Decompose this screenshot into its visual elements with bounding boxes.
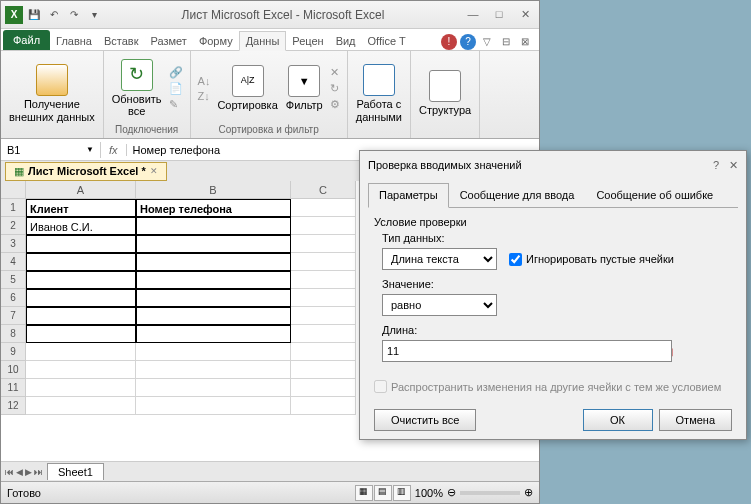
cell[interactable] xyxy=(291,325,356,343)
ignore-blank-checkbox[interactable]: Игнорировать пустые ячейки xyxy=(509,253,674,266)
row-header[interactable]: 6 xyxy=(1,289,26,307)
winclose-icon[interactable]: ⊠ xyxy=(517,34,533,50)
cell[interactable] xyxy=(136,379,291,397)
maximize-icon[interactable]: □ xyxy=(489,8,509,21)
winmin-icon[interactable]: ⊟ xyxy=(498,34,514,50)
cell[interactable] xyxy=(136,325,291,343)
tab-office[interactable]: Office T xyxy=(362,32,412,50)
cell[interactable]: Иванов С.И. xyxy=(26,217,136,235)
close-doc-icon[interactable]: ✕ xyxy=(150,166,158,176)
data-tools-button[interactable]: Работа с данными xyxy=(354,62,404,124)
cell[interactable] xyxy=(136,397,291,415)
prev-sheet-icon[interactable]: ◀ xyxy=(16,467,23,477)
pagelayout-view-icon[interactable]: ▤ xyxy=(374,485,392,501)
help-icon[interactable]: ! xyxy=(441,34,457,50)
cell[interactable]: Номер телефона xyxy=(136,199,291,217)
tab-file[interactable]: Файл xyxy=(3,30,50,50)
row-header[interactable]: 7 xyxy=(1,307,26,325)
data-type-select[interactable]: Длина текста xyxy=(382,248,497,270)
cancel-button[interactable]: Отмена xyxy=(659,409,732,431)
cell[interactable] xyxy=(26,325,136,343)
clear-filter-button[interactable]: ✕ xyxy=(329,65,341,80)
row-header[interactable]: 2 xyxy=(1,217,26,235)
tab-insert[interactable]: Вставк xyxy=(98,32,145,50)
reapply-button[interactable]: ↻ xyxy=(329,81,341,96)
advanced-button[interactable]: ⚙ xyxy=(329,97,341,112)
cell[interactable] xyxy=(291,289,356,307)
name-box[interactable]: ▼ xyxy=(1,142,101,158)
tab-view[interactable]: Вид xyxy=(330,32,362,50)
cell[interactable] xyxy=(136,343,291,361)
close-icon[interactable]: ✕ xyxy=(515,8,535,21)
cell[interactable] xyxy=(26,361,136,379)
row-header[interactable]: 4 xyxy=(1,253,26,271)
cell[interactable] xyxy=(26,397,136,415)
cell[interactable] xyxy=(291,253,356,271)
cell[interactable] xyxy=(26,253,136,271)
cell[interactable] xyxy=(291,343,356,361)
cell[interactable] xyxy=(136,361,291,379)
clear-all-button[interactable]: Очистить все xyxy=(374,409,476,431)
tab-formula[interactable]: Форму xyxy=(193,32,239,50)
dialog-close-icon[interactable]: ✕ xyxy=(729,159,738,172)
cell[interactable] xyxy=(26,343,136,361)
row-header[interactable]: 11 xyxy=(1,379,26,397)
qat-dropdown-icon[interactable]: ▾ xyxy=(85,6,103,24)
cell[interactable] xyxy=(291,271,356,289)
ribbonmin-icon[interactable]: ▽ xyxy=(479,34,495,50)
cell[interactable] xyxy=(291,199,356,217)
tab-layout[interactable]: Размет xyxy=(145,32,193,50)
first-sheet-icon[interactable]: ⏮ xyxy=(5,467,14,477)
select-all-corner[interactable] xyxy=(1,181,26,199)
zoom-out-icon[interactable]: ⊖ xyxy=(447,486,456,499)
cell[interactable] xyxy=(291,397,356,415)
editlinks-button[interactable]: ✎ xyxy=(168,97,184,112)
col-header-b[interactable]: B xyxy=(136,181,291,199)
tab-data[interactable]: Данны xyxy=(239,31,287,51)
cell[interactable] xyxy=(291,217,356,235)
redo-icon[interactable]: ↷ xyxy=(65,6,83,24)
get-external-data-button[interactable]: Получение внешних данных xyxy=(7,62,97,124)
sort-button[interactable]: A|Z Сортировка xyxy=(215,63,279,113)
row-header[interactable]: 10 xyxy=(1,361,26,379)
sheet-tab[interactable]: Sheet1 xyxy=(47,463,104,480)
length-input[interactable] xyxy=(382,340,672,362)
dialog-help-icon[interactable]: ? xyxy=(713,159,719,172)
zoom-slider[interactable] xyxy=(460,491,520,495)
cell[interactable] xyxy=(136,253,291,271)
outline-button[interactable]: Структура xyxy=(417,68,473,118)
tab-input-message[interactable]: Сообщение для ввода xyxy=(449,183,586,207)
ok-button[interactable]: ОК xyxy=(583,409,653,431)
tab-parameters[interactable]: Параметры xyxy=(368,183,449,208)
cell[interactable] xyxy=(26,379,136,397)
row-header[interactable]: 9 xyxy=(1,343,26,361)
zoom-in-icon[interactable]: ⊕ xyxy=(524,486,533,499)
cell[interactable] xyxy=(26,235,136,253)
ignore-blank-input[interactable] xyxy=(509,253,522,266)
minimize-icon[interactable]: — xyxy=(463,8,483,21)
name-box-input[interactable] xyxy=(7,144,67,156)
cell[interactable]: Клиент xyxy=(26,199,136,217)
cell[interactable] xyxy=(136,235,291,253)
undo-icon[interactable]: ↶ xyxy=(45,6,63,24)
save-icon[interactable]: 💾 xyxy=(25,6,43,24)
cell[interactable] xyxy=(291,235,356,253)
normal-view-icon[interactable]: ▦ xyxy=(355,485,373,501)
row-header[interactable]: 12 xyxy=(1,397,26,415)
pagebreak-view-icon[interactable]: ▥ xyxy=(393,485,411,501)
next-sheet-icon[interactable]: ▶ xyxy=(25,467,32,477)
cell[interactable] xyxy=(291,361,356,379)
col-header-c[interactable]: C xyxy=(291,181,356,199)
col-header-a[interactable]: A xyxy=(26,181,136,199)
document-tab[interactable]: ▦ Лист Microsoft Excel * ✕ xyxy=(5,162,167,181)
tab-review[interactable]: Рецен xyxy=(286,32,329,50)
properties-button[interactable]: 📄 xyxy=(168,81,184,96)
cell[interactable] xyxy=(136,271,291,289)
row-header[interactable]: 1 xyxy=(1,199,26,217)
refresh-all-button[interactable]: Обновить все xyxy=(110,57,164,119)
fx-icon[interactable]: fx xyxy=(101,144,127,156)
cell[interactable] xyxy=(136,289,291,307)
tab-error-alert[interactable]: Сообщение об ошибке xyxy=(585,183,724,207)
cell[interactable] xyxy=(291,307,356,325)
cell[interactable] xyxy=(26,289,136,307)
